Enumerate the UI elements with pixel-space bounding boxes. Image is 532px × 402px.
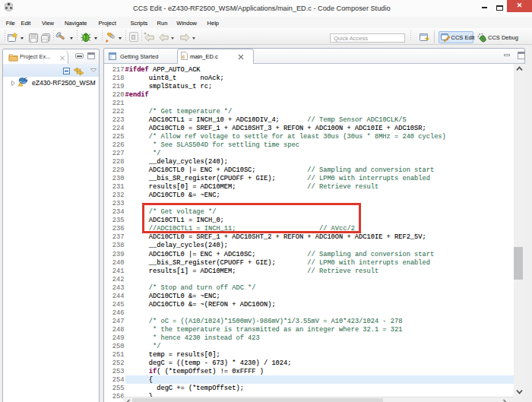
svg-text:c: c	[182, 54, 185, 59]
svg-text:C: C	[24, 77, 27, 81]
